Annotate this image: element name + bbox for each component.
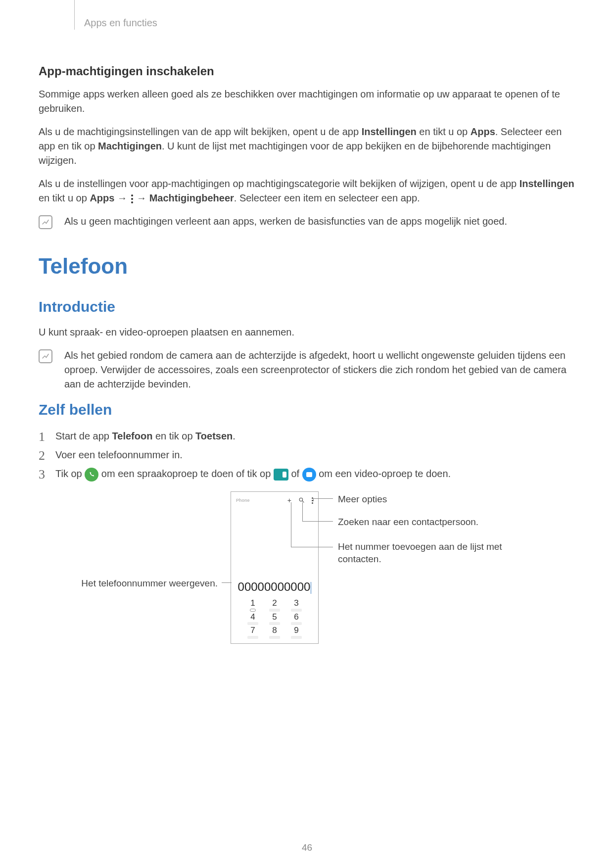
keypad-key: 3 xyxy=(285,599,307,612)
search-icon xyxy=(298,497,305,504)
paragraph: Als u de instellingen voor app-machtigin… xyxy=(39,177,579,205)
paragraph: U kunt spraak- en video-oproepen plaatse… xyxy=(39,325,579,339)
keypad: 1 2 3 4 5 6 7 8 9 xyxy=(231,594,318,639)
video-call-icon-a xyxy=(274,469,288,481)
video-call-icon-b xyxy=(302,468,316,482)
section-heading-app-perm: App-machtigingen inschakelen xyxy=(39,64,579,78)
phone-frame: Phone + 00000000000 1 2 3 xyxy=(231,491,319,644)
call-icon xyxy=(85,468,98,482)
step-item: Voer een telefoonnummer in. xyxy=(39,447,579,463)
breadcrumb: Apps en functies xyxy=(84,17,157,29)
step-item: Start de app Telefoon en tik op Toetsen. xyxy=(39,428,579,444)
steps-list: Start de app Telefoon en tik op Toetsen.… xyxy=(39,428,579,482)
callout-number-display: Het telefoonnummer weergeven. xyxy=(66,578,218,590)
keypad-key: 1 xyxy=(242,599,264,612)
subheading-introductie: Introductie xyxy=(39,298,579,315)
dialed-number: 00000000000 xyxy=(231,580,318,594)
keypad-key: 9 xyxy=(285,626,307,639)
page-title-telefoon: Telefoon xyxy=(39,254,579,279)
paragraph: Als u de machtigingsinstellingen van de … xyxy=(39,125,579,168)
callout-add-contact: Het nummer toevoegen aan de lijst met co… xyxy=(338,541,506,565)
keypad-key: 2 xyxy=(264,599,285,612)
header-divider xyxy=(74,0,75,30)
callout-more-options: Meer opties xyxy=(338,493,387,506)
app-label: Phone xyxy=(236,498,250,503)
svg-point-0 xyxy=(299,498,303,501)
phone-illustration: Phone + 00000000000 1 2 3 xyxy=(39,491,579,699)
keypad-key: 6 xyxy=(285,613,307,626)
keypad-key: 8 xyxy=(264,626,285,639)
subheading-zelf-bellen: Zelf bellen xyxy=(39,401,579,418)
keypad-key: 4 xyxy=(242,613,264,626)
keypad-key: 7 xyxy=(242,626,264,639)
keypad-key: 5 xyxy=(264,613,285,626)
callout-search: Zoeken naar een contactpersoon. xyxy=(338,516,478,529)
more-options-icon xyxy=(131,194,133,203)
note-text: Als het gebied rondom de camera aan de a… xyxy=(64,348,579,391)
note-text: Als u geen machtigingen verleent aan app… xyxy=(64,214,579,229)
step-item: Tik op om een spraakoproep te doen of ti… xyxy=(39,466,579,482)
note-icon xyxy=(39,215,52,229)
paragraph: Sommige apps werken alleen goed als ze b… xyxy=(39,87,579,116)
page-number: 46 xyxy=(0,842,614,853)
note-icon xyxy=(39,349,52,363)
